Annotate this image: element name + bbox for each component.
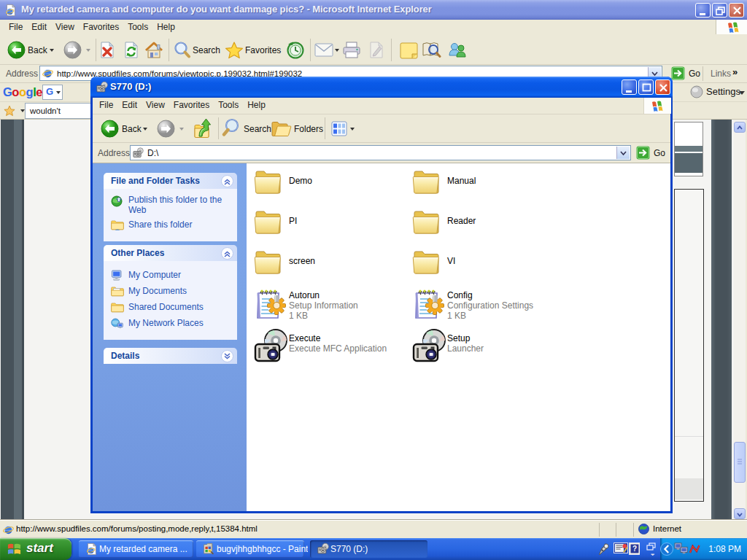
svg-text:?: ? <box>632 545 637 553</box>
